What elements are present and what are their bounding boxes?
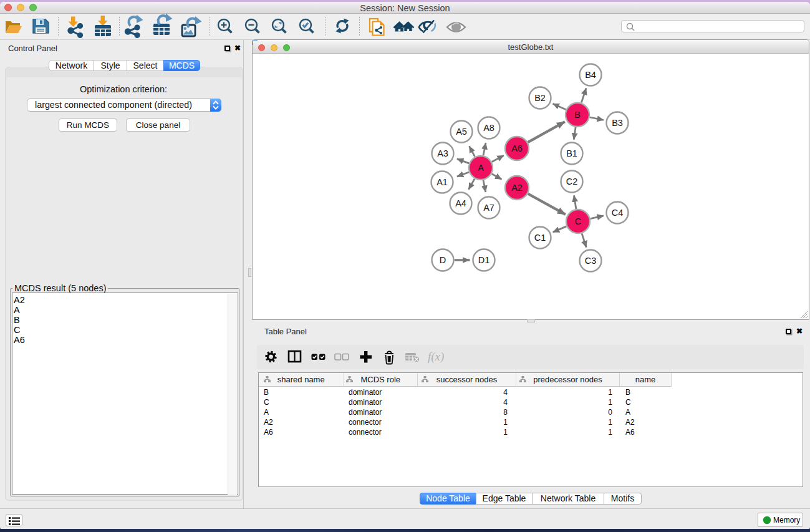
svg-text:B1: B1 (566, 148, 577, 158)
svg-text:A5: A5 (456, 127, 467, 137)
svg-text:A8: A8 (483, 123, 494, 133)
svg-text:f(x): f(x) (428, 350, 444, 364)
svg-text:D: D (440, 255, 446, 265)
svg-text:C3: C3 (585, 256, 597, 266)
svg-text:B: B (574, 110, 581, 120)
svg-text:A: A (478, 163, 484, 173)
svg-text:A2: A2 (511, 183, 523, 193)
svg-text:B2: B2 (534, 93, 546, 103)
svg-text:D1: D1 (478, 255, 490, 265)
svg-text:B4: B4 (585, 70, 596, 80)
svg-text:C4: C4 (612, 208, 624, 218)
svg-text:B3: B3 (612, 118, 623, 128)
svg-text:A4: A4 (455, 198, 466, 208)
svg-text:A6: A6 (511, 143, 523, 153)
svg-text:C2: C2 (566, 177, 578, 186)
svg-text:A7: A7 (483, 203, 494, 213)
svg-text:C: C (575, 216, 581, 226)
svg-text:A3: A3 (437, 148, 448, 158)
svg-text:A1: A1 (436, 177, 448, 187)
svg-text:C1: C1 (534, 233, 546, 243)
